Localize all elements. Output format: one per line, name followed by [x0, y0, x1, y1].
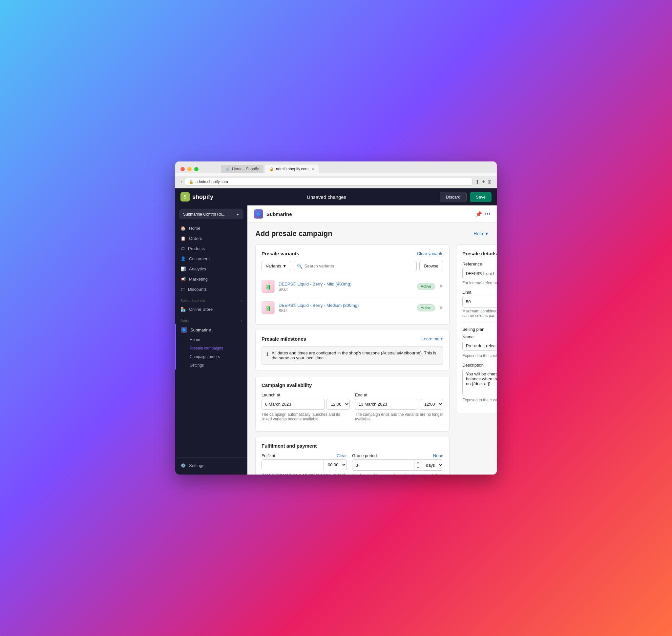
- submarine-sub-settings[interactable]: Settings: [175, 361, 247, 370]
- reference-label: Reference: [462, 262, 497, 266]
- limit-input[interactable]: [463, 297, 497, 306]
- fulfilment-title: Fulfilment and payment: [262, 443, 443, 449]
- launch-date-input[interactable]: [262, 399, 325, 410]
- fulfil-help-text: If set, fulfilment is delayed until this…: [262, 473, 347, 475]
- discounts-icon: 🏷: [181, 287, 185, 292]
- back-button[interactable]: ‹: [181, 179, 182, 184]
- more-options-icon[interactable]: •••: [485, 211, 490, 217]
- variant-1-status-badge: Active: [417, 283, 435, 290]
- submarine-sub-presale-campaigns[interactable]: Presale campaigns: [175, 344, 247, 353]
- fulfil-date-input[interactable]: [262, 459, 324, 470]
- submarine-app-group: 🔷 Submarine Home Presale campaigns Campa…: [175, 324, 247, 370]
- grace-none-link[interactable]: None: [433, 453, 443, 458]
- save-button[interactable]: Save: [470, 192, 491, 202]
- name-field: Name Exposed to the customer in the cart…: [462, 334, 497, 358]
- selling-plan-name-label: Name: [462, 334, 497, 339]
- grace-period-label: Grace period: [352, 453, 377, 458]
- browser-tab-home[interactable]: 🛒 Home · Shopify: [221, 165, 264, 173]
- variants-filter-button[interactable]: Variants ▼: [262, 261, 291, 271]
- sidebar-item-analytics[interactable]: 📊 Analytics: [175, 264, 247, 274]
- apps-expand[interactable]: ›: [241, 318, 242, 323]
- pin-icon[interactable]: 📌: [475, 211, 482, 217]
- unsaved-changes-label: Unsaved changes: [220, 194, 433, 200]
- variant-1-remove-button[interactable]: ×: [439, 283, 443, 290]
- discard-button[interactable]: Discard: [440, 192, 467, 202]
- analytics-icon: 📊: [181, 266, 186, 272]
- variant-2-info: DEEPS® Liquid - Berry - Medium (800mg) S…: [279, 303, 413, 313]
- sidebar-button[interactable]: ⊞: [488, 179, 491, 184]
- launch-time-select[interactable]: 12:00: [326, 399, 350, 410]
- content-area: 🔷 Submarine 📌 ••• Add presale campaign H…: [247, 205, 497, 475]
- variant-1-name[interactable]: DEEPS® Liquid - Berry - Mild (400mg): [279, 282, 413, 286]
- presale-milestones-card: Presale milestones Learn more ℹ All date…: [255, 330, 450, 371]
- help-button[interactable]: Help ▼: [473, 231, 489, 236]
- help-chevron-icon: ▼: [484, 231, 489, 236]
- app-header: 🔷 Submarine 📌 •••: [247, 205, 497, 223]
- grace-period-group: Grace period None ▲ ▼: [352, 453, 443, 475]
- availability-form-row: Launch at 12:00 The campaign automatical…: [262, 393, 443, 421]
- shopify-logo: S shopify: [181, 192, 213, 201]
- settings-icon: ⚙️: [181, 463, 186, 468]
- variant-2-remove-button[interactable]: ×: [439, 304, 443, 312]
- variant-2-image: 🧃: [262, 301, 274, 314]
- selling-plan-title: Selling plan: [462, 327, 484, 332]
- launch-at-group: Launch at 12:00 The campaign automatical…: [262, 393, 350, 421]
- presale-variants-card: Presale variants Clear variants Variants…: [255, 244, 450, 324]
- sidebar-item-home[interactable]: 🏠 Home: [175, 223, 247, 233]
- selling-plan-name-input[interactable]: [462, 341, 497, 351]
- orders-icon: 📋: [181, 236, 186, 241]
- address-bar[interactable]: 🔒 admin.shopify.com: [185, 178, 472, 186]
- variant-1-info: DEEPS® Liquid - Berry - Mild (400mg) SKU…: [279, 282, 413, 292]
- grace-unit-select[interactable]: days: [422, 459, 443, 471]
- sidebar-item-marketing[interactable]: 📢 Marketing: [175, 274, 247, 284]
- grace-increment-button[interactable]: ▲: [414, 460, 422, 465]
- limit-field: Limit units ▲ ▼ Maximum combined un: [462, 290, 497, 318]
- active-accent-bar: [175, 324, 176, 370]
- sales-channels-expand[interactable]: ›: [241, 298, 242, 303]
- end-time-select[interactable]: 12:00: [420, 399, 443, 410]
- sidebar-item-discounts[interactable]: 🏷 Discounts: [175, 284, 247, 294]
- reference-input-row[interactable]: DEEPS® Liquid - Berry - Mild/Me ✕: [462, 268, 497, 279]
- sidebar-item-orders[interactable]: 📋 Orders: [175, 233, 247, 243]
- store-selector[interactable]: Submarine Control Ro... ▼: [179, 210, 243, 219]
- submarine-sub-home[interactable]: Home: [175, 335, 247, 344]
- sidebar-item-submarine[interactable]: 🔷 Submarine: [175, 324, 247, 335]
- variant-2-status-badge: Active: [417, 304, 435, 312]
- sidebar-item-products[interactable]: 🏷 Products: [175, 243, 247, 254]
- grace-value-input[interactable]: [352, 459, 414, 471]
- variant-2-name[interactable]: DEEPS® Liquid - Berry - Medium (800mg): [279, 303, 413, 308]
- selling-plan-description-textarea[interactable]: You will be charged the remaining balanc…: [462, 369, 497, 395]
- store-selector-chevron: ▼: [236, 213, 240, 216]
- submarine-app-icon: 🔷: [254, 210, 263, 219]
- shopify-logo-icon: S: [181, 192, 190, 201]
- browser-tab-admin[interactable]: 🔒 admin.shopify.com ×: [265, 165, 319, 173]
- page-header: Add presale campaign Help ▼: [255, 230, 489, 238]
- fulfil-clear-link[interactable]: Clear: [337, 453, 347, 458]
- fulfilment-card: Fulfilment and payment Fulfil at Clear: [255, 437, 450, 475]
- grace-decrement-button[interactable]: ▼: [414, 465, 422, 470]
- app-header-left: 🔷 Submarine: [254, 210, 292, 219]
- search-variants-input[interactable]: [294, 261, 417, 271]
- browse-button[interactable]: Browse: [419, 261, 443, 271]
- share-icon[interactable]: ⬆: [475, 179, 480, 185]
- sidebar-item-customers[interactable]: 👤 Customers: [175, 254, 247, 264]
- milestone-info-box: ℹ All dates and times are configured in …: [262, 346, 443, 364]
- campaign-availability-card: Campaign availability Launch at 12:00: [255, 376, 450, 432]
- selling-plan-description-label: Description: [462, 363, 497, 367]
- search-wrapper: 🔍: [294, 261, 417, 271]
- close-traffic-light[interactable]: [181, 167, 185, 171]
- description-field: Description You will be charged the rema…: [462, 363, 497, 402]
- fulfil-time-select[interactable]: 00:00: [324, 459, 347, 470]
- minimize-traffic-light[interactable]: [187, 167, 191, 171]
- new-tab-button[interactable]: +: [482, 179, 485, 185]
- products-icon: 🏷: [181, 246, 185, 251]
- submarine-sub-campaign-orders[interactable]: Campaign orders: [175, 353, 247, 361]
- grace-label-row: Grace period None: [352, 453, 443, 458]
- main-layout: Submarine Control Ro... ▼ 🏠 Home 📋 Order…: [175, 205, 497, 475]
- sidebar-item-settings[interactable]: ⚙️ Settings: [175, 460, 247, 471]
- milestones-learn-more-link[interactable]: Learn more: [421, 336, 443, 341]
- sidebar-item-online-store[interactable]: 🏪 Online Store: [175, 304, 247, 314]
- clear-variants-link[interactable]: Clear variants: [417, 251, 443, 256]
- end-date-input[interactable]: [355, 399, 418, 410]
- maximize-traffic-light[interactable]: [194, 167, 199, 171]
